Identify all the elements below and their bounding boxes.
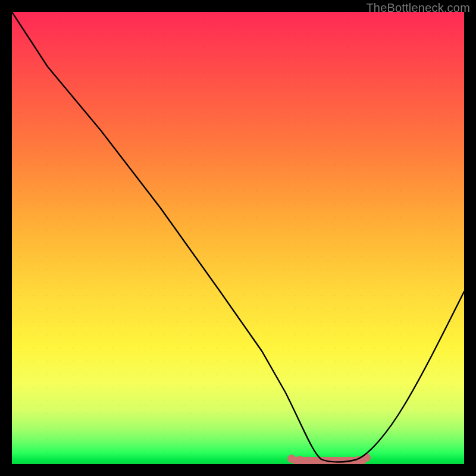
attribution-watermark: TheBottleneck.com xyxy=(366,1,470,15)
plot-area xyxy=(12,12,464,464)
chart-frame: TheBottleneck.com xyxy=(0,0,476,476)
